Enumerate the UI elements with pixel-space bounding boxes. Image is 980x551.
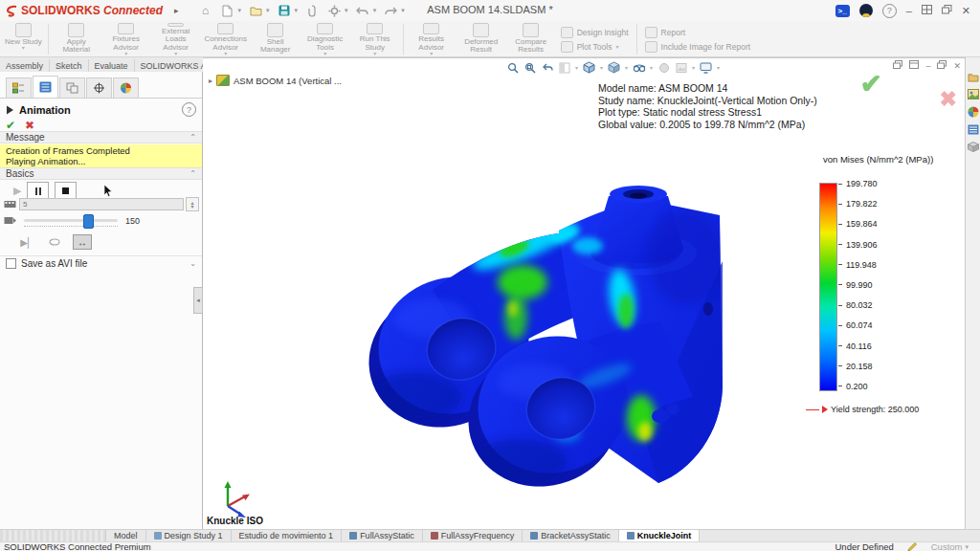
- solidworks-resources-icon[interactable]: [968, 142, 979, 152]
- appearances-icon[interactable]: [968, 106, 979, 118]
- save-avi-checkbox[interactable]: [6, 258, 16, 269]
- ribbon-button-diagnostic-tools[interactable]: Diagnostic Tools▾: [301, 22, 350, 56]
- ribbon-button-new-study[interactable]: New Study▾: [2, 22, 45, 56]
- units-selector[interactable]: Custom▾: [931, 541, 969, 551]
- redo-icon[interactable]: [383, 3, 398, 18]
- speed-slider-thumb[interactable]: [83, 214, 94, 229]
- tab-featuremanager[interactable]: [6, 77, 32, 98]
- frame-spinner[interactable]: ▴▾: [186, 197, 199, 211]
- viewport-feature-tree[interactable]: ▸ ASM BOOM 14 (Vertical ...: [209, 75, 342, 86]
- doc-tab-fullassyfrequency[interactable]: FullAssyFrequency: [423, 530, 523, 541]
- message-section-header[interactable]: Message⌃: [0, 131, 202, 143]
- tab-propertymanager[interactable]: [33, 76, 58, 98]
- legend-tick-mark: [838, 386, 842, 386]
- edit-pencil-icon[interactable]: [907, 542, 918, 551]
- legend-tick-mark: [838, 244, 842, 245]
- tree-root-label: ASM BOOM 14 (Vertical ...: [234, 76, 342, 86]
- legend-tick: 20.158: [838, 362, 878, 371]
- speed-slider[interactable]: [24, 219, 118, 222]
- doc-tab-model[interactable]: Model: [106, 530, 146, 541]
- file-explorer-icon[interactable]: [968, 89, 979, 99]
- tab-sketch[interactable]: Sketch: [50, 59, 89, 72]
- help-icon[interactable]: ?: [882, 4, 897, 18]
- doc-tile-icon[interactable]: [909, 60, 919, 71]
- command-search-icon[interactable]: >_: [835, 5, 850, 17]
- ribbon-button-shell-manager[interactable]: Shell Manager: [251, 22, 301, 56]
- tab-assembly[interactable]: Assembly: [0, 59, 50, 72]
- tab-configurationmanager[interactable]: [59, 77, 85, 98]
- dropdown-caret-icon: ▾: [22, 46, 25, 51]
- loop-button[interactable]: [46, 235, 63, 249]
- section-view-icon[interactable]: [557, 61, 571, 74]
- legend-tick-mark: [838, 325, 842, 326]
- panel-collapse-handle[interactable]: ◂: [193, 287, 203, 314]
- viewport-cancel-button[interactable]: ✖: [940, 87, 957, 112]
- view-settings-icon[interactable]: [699, 61, 713, 74]
- tab-displaymanager[interactable]: [113, 77, 139, 98]
- play-button[interactable]: ▶: [13, 185, 21, 197]
- ribbon-button-apply-material[interactable]: Apply Material: [52, 22, 101, 56]
- user-avatar[interactable]: [859, 4, 873, 17]
- doc-close-icon[interactable]: ✕: [953, 61, 961, 71]
- doc-tab-knucklejoint[interactable]: KnuckleJoint: [619, 530, 701, 541]
- doc-tab-label: Model: [114, 531, 138, 540]
- reciprocate-button[interactable]: ↔: [73, 234, 92, 250]
- ribbon-button-plot-tools[interactable]: Plot Tools▾: [561, 41, 629, 53]
- new-file-icon[interactable]: [220, 3, 235, 18]
- design-library-icon[interactable]: [968, 73, 979, 82]
- ribbon-button-design-insight[interactable]: Design Insight: [561, 27, 629, 38]
- cancel-button[interactable]: ✖: [25, 119, 34, 132]
- legend-tick: 40.116: [838, 342, 878, 351]
- tab-scrollbar[interactable]: [0, 530, 106, 541]
- frame-scrubber[interactable]: 5: [19, 198, 184, 210]
- frame-scrubber-row: 5 ▴▾: [4, 197, 199, 211]
- display-style-icon[interactable]: [607, 61, 621, 74]
- tab-evaluate[interactable]: Evaluate: [89, 59, 135, 72]
- tree-expand-icon[interactable]: ▸: [209, 77, 212, 85]
- ribbon-button-connections-advisor[interactable]: Connections Advisor▾: [201, 22, 251, 56]
- ribbon-button-include-image-for-report[interactable]: Include Image for Report: [645, 41, 751, 53]
- restore-button[interactable]: [942, 5, 952, 16]
- doc-restore-icon[interactable]: [937, 60, 947, 71]
- ribbon-button-fixtures-advisor[interactable]: Fixtures Advisor▾: [101, 22, 151, 56]
- edit-appearance-icon[interactable]: [657, 61, 671, 74]
- open-file-icon[interactable]: [248, 3, 263, 18]
- apply-scene-icon[interactable]: [674, 61, 688, 74]
- play-from-start-button[interactable]: ▶▏: [19, 235, 36, 249]
- home-icon[interactable]: ⌂: [198, 3, 213, 18]
- legend-tick: 119.948: [838, 260, 878, 270]
- custom-properties-icon[interactable]: [968, 124, 979, 135]
- doc-tab-design-study-1[interactable]: Design Study 1: [146, 530, 232, 541]
- doc-tab-estudio-de-movimiento-1[interactable]: Estudio de movimiento 1: [232, 530, 343, 541]
- ribbon-button-compare-results[interactable]: Compare Results: [506, 22, 556, 56]
- doc-tab-bracketassystatic[interactable]: BracketAssyStatic: [523, 530, 619, 541]
- basics-section-header[interactable]: Basics⌃: [0, 167, 202, 180]
- ribbon-button-results-advisor[interactable]: Results Advisor▾: [407, 22, 457, 56]
- attach-icon[interactable]: [304, 3, 320, 18]
- hide-show-items-icon[interactable]: [632, 61, 646, 74]
- ribbon-button-external-loads-advisor[interactable]: External Loads Advisor▾: [151, 22, 201, 56]
- zoom-fit-icon[interactable]: [505, 61, 520, 74]
- graphics-area[interactable]: ▾ ▾ ▾ ▾ ▾ ▾ – ✕ ▸ ASM BOOM 14 (Vertical …: [203, 57, 965, 529]
- view-orientation-icon[interactable]: [582, 61, 596, 74]
- doc-cascade-icon[interactable]: [893, 60, 902, 71]
- ribbon-button-report[interactable]: Report: [645, 27, 751, 38]
- save-icon[interactable]: [277, 3, 292, 18]
- undo-icon[interactable]: [355, 3, 370, 18]
- ribbon-button-run-this-study[interactable]: Run This Study▾: [350, 22, 400, 56]
- layout-button[interactable]: [922, 5, 932, 16]
- model-3d-knuckle-joint[interactable]: [318, 146, 758, 502]
- ok-button[interactable]: ✔: [6, 119, 15, 132]
- ribbon-button-deformed-result[interactable]: Deformed Result: [457, 22, 506, 56]
- tab-dimxpertmanager[interactable]: [86, 77, 112, 98]
- minimize-button[interactable]: –: [906, 5, 912, 16]
- previous-view-icon[interactable]: [540, 61, 554, 74]
- zoom-area-icon[interactable]: [523, 61, 537, 74]
- doc-tab-fullassystatic[interactable]: FullAssyStatic: [342, 530, 423, 541]
- panel-help-icon[interactable]: ?: [182, 102, 196, 117]
- close-button[interactable]: ✕: [962, 5, 970, 17]
- settings-gear-icon[interactable]: [326, 3, 342, 18]
- viewport-ok-button[interactable]: ✔: [860, 68, 882, 99]
- menu-flyout-arrow-icon[interactable]: ▸: [174, 6, 179, 15]
- doc-minimize-icon[interactable]: –: [925, 61, 930, 71]
